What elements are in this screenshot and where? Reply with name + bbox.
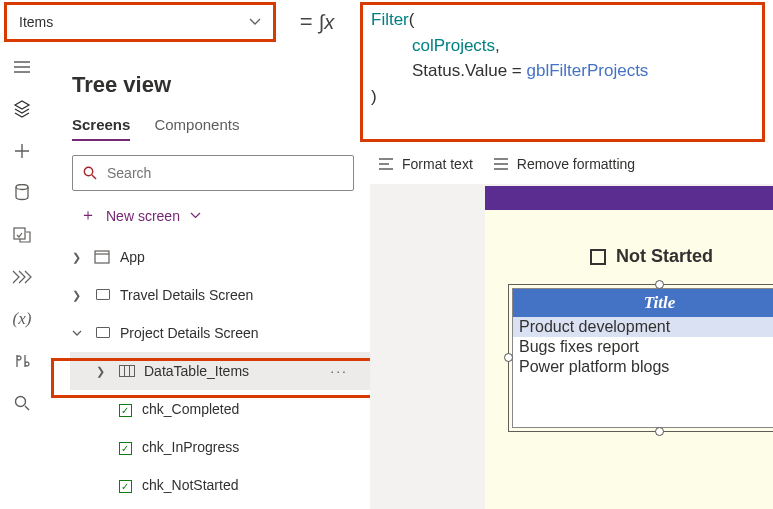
flows-icon[interactable]	[0, 256, 44, 298]
tree-view-icon[interactable]	[0, 88, 44, 130]
search-field[interactable]	[107, 165, 343, 181]
format-label: Format text	[402, 156, 473, 172]
collapse-icon[interactable]	[72, 330, 86, 337]
expand-icon[interactable]: ❯	[72, 289, 86, 302]
tree-item-chk-inprogress[interactable]: ✓ chk_InProgress	[70, 428, 370, 466]
checkbox-icon: ✓	[116, 439, 134, 455]
highlight-box	[51, 358, 395, 398]
checkbox-box-icon	[590, 249, 606, 265]
formula-ident: colProjects	[412, 36, 495, 55]
tree-label: App	[120, 249, 145, 265]
table-body: Product development Bugs fixes report Po…	[513, 317, 773, 427]
canvas: Not Started Title Product development Bu…	[370, 184, 773, 509]
tree-label: chk_Completed	[142, 401, 239, 417]
data-icon[interactable]	[0, 172, 44, 214]
svg-point-0	[16, 185, 28, 190]
tab-screens[interactable]: Screens	[72, 116, 130, 141]
tree-title: Tree view	[70, 64, 370, 116]
left-rail: (x)	[0, 46, 44, 509]
table-row[interactable]: Bugs fixes report	[513, 337, 773, 357]
new-screen-button[interactable]: ＋ New screen	[70, 197, 370, 234]
app-header-bar	[485, 186, 773, 210]
svg-rect-1	[14, 228, 25, 239]
app-icon	[94, 250, 112, 264]
settings-icon[interactable]	[0, 340, 44, 382]
tree-tabs: Screens Components	[70, 116, 370, 151]
search-input[interactable]	[72, 155, 354, 191]
checkbox-icon: ✓	[116, 401, 134, 417]
fx-label: =∫x	[276, 2, 358, 42]
tree-item-travel[interactable]: ❯ Travel Details Screen	[70, 276, 370, 314]
tree-label: Travel Details Screen	[120, 287, 253, 303]
insert-icon[interactable]	[0, 130, 44, 172]
search-icon	[83, 166, 97, 180]
remove-formatting-button[interactable]: Remove formatting	[493, 156, 635, 172]
plus-icon: ＋	[80, 205, 96, 226]
tree-item-app[interactable]: ❯ App	[70, 238, 370, 276]
formula-var: gblFilterProjects	[526, 61, 648, 80]
screen-icon	[94, 325, 112, 341]
datatable[interactable]: Title Product development Bugs fixes rep…	[512, 288, 773, 428]
svg-rect-4	[95, 251, 109, 263]
formula-editor[interactable]: Filter( colProjects, Status.Value = gblF…	[360, 2, 765, 142]
formula-text: Status	[412, 61, 460, 80]
remove-format-icon	[493, 157, 509, 171]
svg-point-3	[84, 167, 92, 175]
media-icon[interactable]	[0, 214, 44, 256]
property-dropdown-value: Items	[19, 14, 53, 30]
table-header[interactable]: Title	[513, 289, 773, 317]
tree-label: chk_InProgress	[142, 439, 239, 455]
tree-item-chk-notstarted[interactable]: ✓ chk_NotStarted	[70, 466, 370, 504]
checkbox-label: Not Started	[616, 246, 713, 267]
tree-item-project[interactable]: Project Details Screen	[70, 314, 370, 352]
table-row[interactable]: Power platform blogs	[513, 357, 773, 377]
formula-strip: Format text Remove formatting	[370, 148, 773, 180]
table-row[interactable]: Product development	[513, 317, 773, 337]
tree-label: chk_NotStarted	[142, 477, 239, 493]
format-icon	[378, 157, 394, 171]
tree-panel: Tree view Screens Components ＋ New scree…	[44, 46, 370, 509]
expand-icon[interactable]: ❯	[72, 251, 86, 264]
tree-label: Project Details Screen	[120, 325, 259, 341]
screen-icon	[94, 287, 112, 303]
tab-components[interactable]: Components	[154, 116, 239, 141]
chevron-down-icon	[249, 18, 261, 26]
variables-icon[interactable]: (x)	[0, 298, 44, 340]
chevron-down-icon	[190, 212, 201, 219]
checkbox-icon: ✓	[116, 477, 134, 493]
hamburger-icon[interactable]	[0, 46, 44, 88]
svg-point-2	[16, 397, 26, 407]
search-icon[interactable]	[0, 382, 44, 424]
formula-keyword: Filter	[371, 10, 409, 29]
format-text-button[interactable]: Format text	[378, 156, 473, 172]
property-dropdown[interactable]: Items	[4, 2, 276, 42]
remove-label: Remove formatting	[517, 156, 635, 172]
new-screen-label: New screen	[106, 208, 180, 224]
checkbox-not-started[interactable]: Not Started	[590, 246, 713, 267]
